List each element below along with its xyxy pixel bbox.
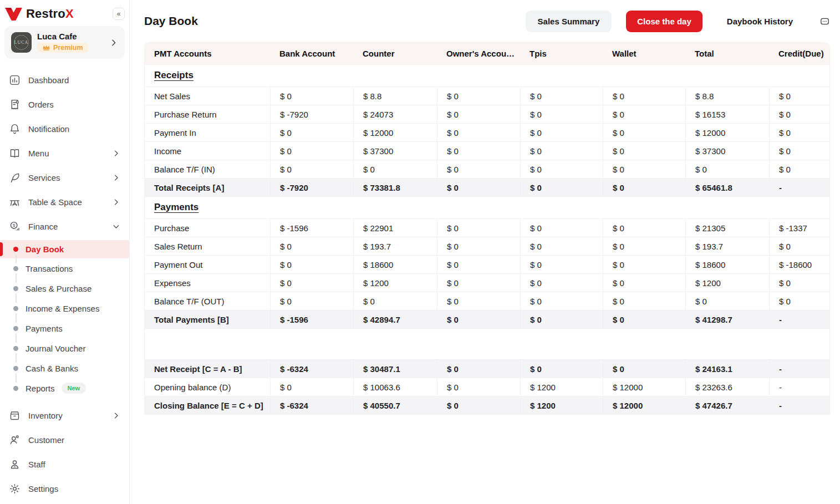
value-cell: $ 0 [437,237,520,255]
sidebar-item-customer[interactable]: Customer [0,427,129,452]
section-row: Payments [145,197,829,219]
restrox-logo[interactable]: RestroX [4,7,74,21]
value-cell: $ 0 [769,160,829,178]
value-cell: $ 0 [270,124,353,141]
sidebar-nav: Dashboard Orders Notification Menu Servi… [0,63,129,501]
bullet-dot-icon [13,286,18,291]
finance-submenu: Day Book Transactions Sales & Purchase I… [0,238,129,398]
chevron-right-icon [112,149,120,157]
value-cell: $ 30487.1 [353,360,437,378]
restrox-logo-icon [4,7,23,21]
sidebar-item-cash-banks[interactable]: Cash & Banks [0,358,129,378]
value-cell: $ 0 [437,124,520,141]
close-the-day-button[interactable]: Close the day [626,11,702,32]
value-cell: $ 12000 [603,378,685,396]
value-cell: $ 0 [437,142,520,160]
sidebar-item-journal-voucher[interactable]: Journal Voucher [0,338,129,358]
sales-summary-button[interactable]: Sales Summary [526,11,612,32]
value-cell: $ 0 [270,292,353,310]
spacer-row [145,329,829,360]
sidebar-item-services[interactable]: Services [0,165,129,190]
page-header: Day Book Sales Summary Close the day Day… [144,0,830,42]
value-cell: $ 0 [520,87,603,105]
value-cell: $ 0 [270,142,353,160]
value-cell: - [769,310,829,328]
more-options-icon [819,16,830,27]
value-cell: $ 0 [270,256,353,273]
value-cell: $ 0 [520,105,603,123]
sidebar-item-day-book[interactable]: Day Book [0,240,129,258]
sidebar-item-staff[interactable]: Staff [0,452,129,476]
value-cell: $ 0 [603,256,685,273]
value-cell: $ 0 [437,219,520,237]
bullet-dot-icon [13,247,18,252]
sidebar-item-finance[interactable]: $ Finance [0,214,129,238]
value-cell: $ 0 [769,124,829,141]
value-cell: $ 0 [769,292,829,310]
value-cell: $ 0 [603,310,685,328]
table-row: Opening balance (D)$ 0$ 10063.6$ 0$ 1200… [145,378,829,396]
row-label-cell: Net Receipt [C = A - B] [145,360,270,378]
sidebar-collapse-button[interactable]: « [113,8,125,20]
orders-icon [9,99,21,110]
value-cell: $ 0 [603,292,685,310]
more-options-button[interactable] [819,16,830,27]
sidebar-item-reports[interactable]: Reports New [0,378,129,398]
dashboard-icon [9,74,21,86]
value-cell: $ 0 [520,292,603,310]
chevron-down-icon [112,222,120,231]
sidebar-item-income-expenses[interactable]: Income & Expenses [0,298,129,318]
table-row: Purchase$ -1596$ 22901$ 0$ 0$ 0$ 21305$ … [145,219,829,237]
table-row: Income$ 0$ 37300$ 0$ 0$ 0$ 37300$ 0 [145,142,829,160]
sidebar-item-transactions[interactable]: Transactions [0,258,129,278]
workspace-avatar: LUCA [11,32,32,53]
value-cell: $ 0 [603,124,685,141]
sidebar-item-settings[interactable]: Settings [0,476,129,501]
value-cell: $ -1596 [270,310,353,328]
table-row: Balance T/F (OUT)$ 0$ 0$ 0$ 0$ 0$ 0$ 0 [145,292,829,310]
svg-text:$: $ [13,223,16,228]
premium-badge: Premium [37,43,88,53]
workspace-name: Luca Cafe [37,32,104,41]
value-cell: $ 47426.7 [685,396,769,414]
sidebar-item-table-space[interactable]: Table & Space [0,190,129,214]
value-cell: - [769,360,829,378]
value-cell: $ 0 [520,124,603,141]
bullet-dot-icon [13,306,18,311]
sidebar-item-sales-purchase[interactable]: Sales & Purchase [0,278,129,298]
sidebar-item-dashboard[interactable]: Dashboard [0,68,129,92]
value-cell: $ 10063.6 [353,378,437,396]
sidebar: RestroX « LUCA Luca Cafe Premium Dashboa… [0,0,130,504]
sidebar-item-notification[interactable]: Notification [0,116,129,141]
sidebar-item-orders[interactable]: Orders [0,92,129,116]
chevron-right-icon [112,198,120,206]
column-header: Wallet [603,43,685,64]
value-cell: $ 0 [520,310,603,328]
value-cell: $ 1200 [353,274,437,292]
row-label-cell: Income [145,142,270,160]
value-cell: $ 0 [353,292,437,310]
table-row: Payment In$ 0$ 12000$ 0$ 0$ 0$ 12000$ 0 [145,124,829,142]
value-cell: $ 0 [769,274,829,292]
value-cell: $ 0 [437,292,520,310]
bullet-dot-icon [13,366,18,371]
value-cell: $ 0 [520,274,603,292]
section-title: Receipts [145,65,829,81]
value-cell: $ 0 [603,274,685,292]
daybook-history-button[interactable]: Daybook History [716,11,804,32]
value-cell: $ 37300 [353,142,437,160]
value-cell: $ 18600 [353,256,437,273]
value-cell: $ 12000 [603,396,685,414]
workspace-card[interactable]: LUCA Luca Cafe Premium [4,26,125,59]
sidebar-item-menu[interactable]: Menu [0,141,129,165]
value-cell: $ 1200 [685,274,769,292]
value-cell: $ 193.7 [685,237,769,255]
value-cell: $ 24163.1 [685,360,769,378]
value-cell: $ 0 [603,87,685,105]
value-cell: $ 0 [437,310,520,328]
sidebar-item-payments[interactable]: Payments [0,318,129,338]
column-header: Tpis [520,43,603,64]
sidebar-item-inventory[interactable]: Inventory [0,403,129,427]
row-label-cell: Total Payments [B] [145,310,270,328]
menu-book-icon [9,147,21,159]
